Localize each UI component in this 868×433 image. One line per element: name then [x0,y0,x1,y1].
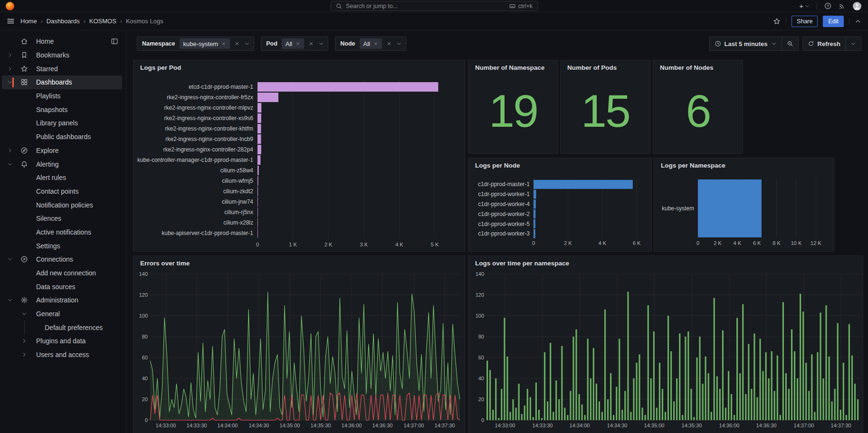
sidebar-item-connections[interactable]: Connections [2,253,122,266]
sidebar-item-add-new-connection[interactable]: Add new connection [2,266,122,280]
news-rss-icon[interactable] [839,2,846,9]
filter-value-chip[interactable]: All [360,38,382,49]
panel-title[interactable]: Number of Namespace [468,60,558,75]
sidebar-item-data-sources[interactable]: Data sources [2,280,122,293]
svg-text:rke2-ingress-nginx-controller-: rke2-ingress-nginx-controller-fr5zx [167,94,253,101]
chevron-right-icon[interactable] [5,66,15,72]
sidebar-item-bookmarks[interactable]: Bookmarks [2,48,122,62]
chevron-right-icon[interactable] [5,148,15,153]
panel-logs-per-namespace: Logs per Namespace02 K4 K6 K8 K10 K12 Kk… [654,158,834,252]
chevron-down-icon[interactable] [5,161,15,167]
filter-value-chip[interactable]: All [282,38,304,49]
breadcrumb-item-home[interactable]: Home [20,18,37,25]
remove-value-icon[interactable] [296,41,300,46]
chevron-down-icon[interactable] [396,41,402,47]
sidebar-item-default-preferences[interactable]: Default preferences [2,320,122,334]
chevron-down-icon[interactable] [5,297,15,303]
breadcrumb-item-kosmos-logs[interactable]: Kosmos Logs [126,18,163,25]
panel-title[interactable]: Number of Pods [561,60,650,75]
svg-text:20: 20 [478,396,484,402]
dock-menu-icon[interactable] [111,38,118,45]
filter-value-chip[interactable]: kube-system [180,38,230,49]
sidebar-item-users-and-access[interactable]: Users and access [2,348,122,362]
panel-title[interactable]: Logs per Namespace [654,158,834,172]
svg-text:14:35:00: 14:35:00 [280,423,300,428]
menu-hamburger-icon[interactable] [7,17,15,25]
add-new-button[interactable]: + [799,2,810,9]
sidebar-item-library-panels[interactable]: Library panels [2,116,122,130]
svg-text:kube-system: kube-system [662,205,694,212]
clock-icon [715,40,721,47]
edit-button[interactable]: Edit [823,16,844,27]
chevron-down-icon[interactable] [244,41,250,47]
sidebar-item-plugins-and-data[interactable]: Plugins and data [2,334,122,348]
sidebar-item-public-dashboards[interactable]: Public dashboards [2,130,122,144]
sidebar-item-notification-policies[interactable]: Notification policies [2,198,122,212]
sidebar-item-playlists[interactable]: Playlists [2,89,122,103]
home-icon [15,38,33,45]
sidebar-item-contact-points[interactable]: Contact points [2,185,122,198]
svg-text:40: 40 [478,376,484,381]
svg-text:2 K: 2 K [324,242,333,247]
remove-value-icon[interactable] [373,41,378,46]
panel-title[interactable]: Logs per Pod [134,60,465,75]
clear-filter-icon[interactable] [234,41,240,47]
bell-icon [15,160,33,168]
sidebar-item-settings[interactable]: Settings [2,239,122,253]
sidebar-item-alert-rules[interactable]: Alert rules [2,171,122,185]
svg-text:4 K: 4 K [734,240,742,246]
avatar[interactable] [853,2,861,10]
svg-text:14:33:30: 14:33:30 [533,423,553,428]
chevron-down-icon[interactable] [5,256,15,262]
help-icon[interactable]: ? [824,2,831,9]
panel-title[interactable]: Logs per Node [468,158,651,172]
svg-text:14:34:00: 14:34:00 [218,423,238,428]
sidebar-item-silences[interactable]: Silences [2,212,122,226]
sidebar-item-dashboards[interactable]: Dashboards [2,75,122,89]
svg-text:14:36:30: 14:36:30 [756,423,777,428]
breadcrumb: Home›Dashboards›KOSMOS›Kosmos Logs [20,18,163,25]
sidebar-item-explore[interactable]: Explore [2,144,122,158]
stat-value: 19 [468,73,558,150]
breadcrumb-item-kosmos[interactable]: KOSMOS [89,18,116,25]
panel-title[interactable]: Errors over time [134,256,465,270]
sidebar-item-label: Users and access [36,351,89,358]
search-shortcut: ctrl+k [509,3,533,9]
remove-value-icon[interactable] [221,41,226,46]
svg-text:14:34:30: 14:34:30 [249,423,269,428]
share-button[interactable]: Share [792,16,818,27]
svg-text:cilium-rj5nx: cilium-rj5nx [224,209,253,216]
sidebar-item-label: Contact points [36,188,79,195]
chevron-down-icon[interactable] [318,41,324,47]
chevron-down-icon [850,41,856,47]
clear-filter-icon[interactable] [308,41,314,47]
panel-title[interactable]: Number of Nodes [653,60,743,75]
sidebar-item-snapshots[interactable]: Snapshots [2,103,122,116]
breadcrumb-bar: Home›Dashboards›KOSMOS›Kosmos Logs Share… [0,12,868,30]
star-icon[interactable] [773,18,781,25]
refresh-button[interactable]: Refresh [803,37,845,50]
sidebar-item-label: Dashboards [36,78,72,86]
grafana-logo[interactable] [6,2,14,10]
sidebar-item-administration[interactable]: Administration [2,293,122,307]
sidebar-item-starred[interactable]: Starred [2,62,122,75]
svg-text:140: 140 [139,271,148,277]
time-range-button[interactable]: Last 5 minutes [710,37,782,50]
panel-title[interactable]: Logs over time per namespace [468,256,863,270]
breadcrumb-item-dashboards[interactable]: Dashboards [47,18,80,25]
zoom-out-button[interactable] [782,37,798,50]
sidebar-item-general[interactable]: General [2,307,122,321]
refresh-interval-button[interactable] [845,37,861,50]
svg-text:2 K: 2 K [564,240,572,246]
sidebar-item-home[interactable]: Home [2,35,122,48]
sidebar-item-active-notifications[interactable]: Active notifications [2,226,122,239]
chevron-up-icon[interactable] [855,18,861,25]
svg-text:14:33:30: 14:33:30 [187,423,207,428]
svg-text:14:35:30: 14:35:30 [682,423,702,428]
search-input[interactable]: Search or jump to... ctrl+k [330,1,538,11]
chevron-right-icon[interactable] [5,52,15,58]
clear-filter-icon[interactable] [386,41,392,47]
chevron-right-icon [15,338,33,344]
svg-text:0: 0 [696,240,699,246]
sidebar-item-alerting[interactable]: Alerting [2,157,122,171]
